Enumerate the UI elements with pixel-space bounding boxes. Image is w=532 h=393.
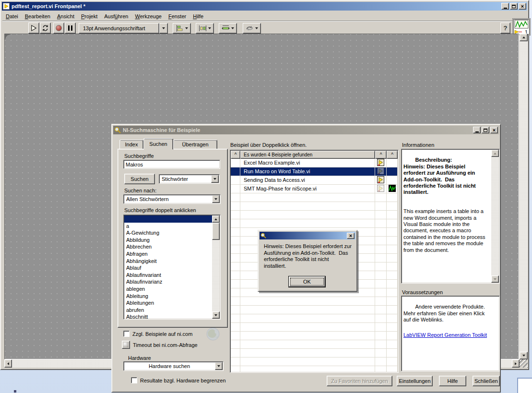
run-button[interactable] bbox=[28, 23, 39, 34]
finder-close-button[interactable]: × bbox=[490, 127, 498, 133]
hardware-combo[interactable]: Hardware suchen bbox=[123, 361, 224, 371]
timeout-led-button[interactable] bbox=[122, 341, 130, 349]
tab-uebertragen[interactable]: Übertragen bbox=[173, 140, 217, 149]
toolkit-link[interactable]: LabVIEW Report Generation Toolkit bbox=[403, 332, 497, 338]
resize-objects-icon bbox=[222, 25, 230, 32]
result-row-sending-data[interactable]: Sending Data to Access.vi bbox=[231, 176, 398, 185]
align-objects-icon bbox=[176, 25, 184, 32]
maximize-icon bbox=[484, 129, 487, 132]
scroll-right-button[interactable] bbox=[512, 359, 520, 368]
result-empty-row[interactable] bbox=[231, 314, 398, 323]
sort-column-header[interactable]: ^ bbox=[231, 151, 240, 159]
limit-hardware-checkbox[interactable] bbox=[131, 377, 137, 383]
menu-datei[interactable]: Datei bbox=[2, 12, 22, 20]
tab-index[interactable]: Index bbox=[119, 140, 143, 149]
finder-minimize-button[interactable] bbox=[473, 127, 481, 133]
info-scrollbar[interactable] bbox=[491, 150, 499, 283]
reorder-objects-button[interactable] bbox=[243, 23, 261, 34]
include-ni-checkbox[interactable] bbox=[123, 331, 130, 337]
minimize-button[interactable] bbox=[501, 3, 509, 10]
ok-button[interactable]: OK bbox=[289, 276, 325, 287]
abort-button[interactable] bbox=[53, 23, 64, 34]
alert-titlebar[interactable]: × bbox=[260, 232, 355, 239]
result-empty-row[interactable] bbox=[231, 340, 398, 349]
finder-titlebar[interactable]: NI-Suchmaschine für Beispiele × bbox=[113, 126, 499, 134]
result-empty-row[interactable] bbox=[231, 323, 398, 332]
scroll-up-button[interactable] bbox=[520, 34, 528, 41]
distribute-objects-button[interactable] bbox=[196, 23, 214, 34]
pause-button[interactable] bbox=[65, 23, 76, 34]
timeout-label: Timeout bei ni.com-Abfrage bbox=[133, 342, 198, 348]
arrow-up-icon bbox=[522, 36, 525, 38]
minimize-icon bbox=[475, 131, 479, 132]
menu-fenster[interactable]: Fenster bbox=[165, 12, 189, 20]
info-panel: Beschreibung: Hinweis: Dieses Beispiel e… bbox=[401, 149, 500, 284]
main-titlebar[interactable]: pdftest_report.vi Frontpanel * × bbox=[2, 2, 527, 11]
resize-objects-button[interactable] bbox=[219, 23, 237, 34]
result-row-smt-magphase[interactable]: SMT Mag-Phase for niScope.vi bbox=[231, 185, 398, 193]
finder-title: NI-Suchmaschine für Beispiele bbox=[123, 127, 472, 133]
run-arrow-icon bbox=[30, 24, 37, 32]
chevron-down-icon[interactable] bbox=[215, 362, 223, 370]
help-icon: ? bbox=[504, 24, 508, 32]
close-button[interactable]: × bbox=[519, 3, 526, 10]
menu-werkzeuge[interactable]: Werkzeuge bbox=[131, 12, 165, 20]
result-empty-row[interactable] bbox=[231, 357, 398, 366]
result-empty-row[interactable] bbox=[231, 332, 398, 340]
chevron-down-icon bbox=[185, 27, 188, 29]
result-empty-row[interactable] bbox=[231, 297, 398, 306]
result-row-run-macro-selected[interactable]: Run Macro on Word Table.vi bbox=[231, 167, 398, 176]
close-dialog-button[interactable]: Schließen bbox=[473, 376, 500, 386]
info-bold-text: Beschreibung: Hinweis: Dieses Beispiel e… bbox=[403, 157, 476, 195]
requirements-text: Andere verwendete Produkte. Mehr erfahre… bbox=[403, 304, 485, 322]
menu-bearbeiten[interactable]: Bearbeiten bbox=[22, 12, 54, 20]
resize-grip[interactable] bbox=[520, 359, 528, 368]
result-empty-row[interactable] bbox=[231, 366, 398, 373]
scroll-down-button[interactable] bbox=[491, 275, 499, 283]
scroll-left-button[interactable] bbox=[4, 359, 12, 368]
font-selector-dropdown[interactable] bbox=[159, 23, 168, 34]
result-row-excel-macro[interactable]: Excel Macro Example.vi bbox=[231, 159, 398, 167]
maximize-button[interactable] bbox=[510, 3, 518, 10]
font-selector[interactable]: 13pt Anwendungsschriftart bbox=[79, 23, 159, 34]
doubleclick-hint-label: Beispiel über Doppelklick öffnen. bbox=[230, 142, 307, 148]
scroll-down-button[interactable] bbox=[520, 352, 528, 359]
result-empty-row[interactable] bbox=[231, 349, 398, 357]
results-count-header[interactable]: Es wurden 4 Beispiele gefunden bbox=[240, 151, 375, 159]
distribute-objects-icon bbox=[199, 25, 207, 32]
context-help-button[interactable]: ? bbox=[500, 23, 510, 34]
scroll-up-button[interactable] bbox=[491, 150, 499, 157]
vertical-scrollbar[interactable] bbox=[520, 34, 528, 359]
run-continuous-button[interactable] bbox=[40, 23, 51, 34]
labview-icon bbox=[3, 3, 10, 10]
menu-hilfe[interactable]: Hilfe bbox=[189, 12, 207, 20]
menu-ansicht[interactable]: Ansicht bbox=[54, 12, 78, 20]
alert-close-button[interactable]: × bbox=[347, 233, 355, 239]
close-icon: × bbox=[349, 233, 352, 238]
screen-artifact bbox=[14, 390, 16, 393]
result-empty-row[interactable] bbox=[231, 219, 398, 228]
menu-projekt[interactable]: Projekt bbox=[78, 12, 101, 20]
align-objects-button[interactable] bbox=[173, 23, 191, 34]
focus-rect bbox=[290, 278, 324, 286]
magnifier-icon bbox=[260, 233, 266, 238]
result-empty-row[interactable] bbox=[231, 202, 398, 211]
result-empty-row[interactable] bbox=[231, 193, 398, 202]
chevron-down-icon bbox=[255, 27, 258, 29]
sort-column-header[interactable]: ^ bbox=[387, 151, 398, 159]
result-empty-row[interactable] bbox=[231, 306, 398, 314]
vi-icon bbox=[377, 176, 384, 184]
waveform-icon bbox=[389, 185, 396, 193]
finder-maximize-button[interactable] bbox=[482, 127, 489, 133]
reorder-objects-icon bbox=[246, 25, 254, 32]
sort-column-header[interactable]: ^ bbox=[375, 151, 387, 159]
help-button[interactable]: Hilfe bbox=[439, 376, 466, 386]
settings-button[interactable]: Einstellungen bbox=[397, 376, 433, 386]
tab-suchen[interactable]: Suchen bbox=[143, 138, 173, 150]
add-to-favorites-button[interactable]: Zu Favoriten hinzufügen bbox=[327, 376, 392, 386]
chevron-down-icon bbox=[208, 27, 211, 29]
globe-icon bbox=[206, 327, 220, 342]
tab-page-frame bbox=[118, 149, 228, 328]
result-empty-row[interactable] bbox=[231, 211, 398, 219]
menu-ausfuehren[interactable]: Ausführen bbox=[101, 12, 131, 20]
